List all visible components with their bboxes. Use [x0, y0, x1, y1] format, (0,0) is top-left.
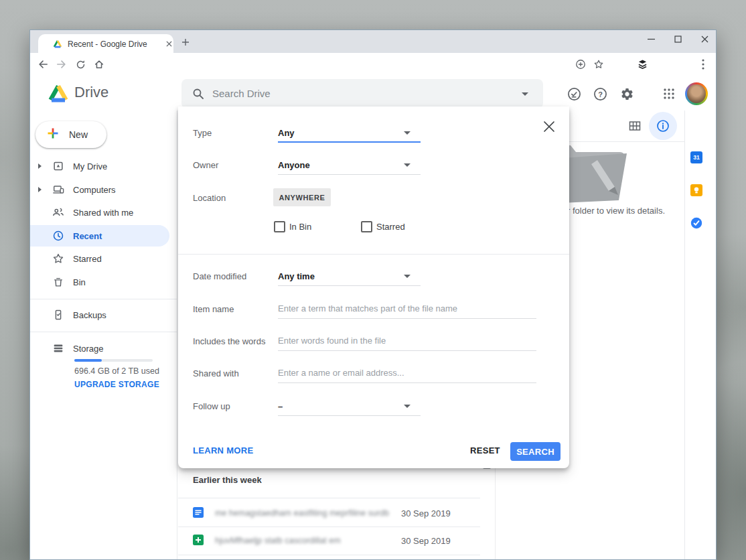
location-label: Location [193, 193, 226, 203]
search-placeholder: Search Drive [212, 88, 271, 99]
tab-close-icon[interactable] [164, 39, 173, 48]
account-avatar[interactable] [685, 82, 708, 105]
sidebar-item-recent[interactable]: Recent [30, 225, 169, 247]
type-select-value[interactable]: Any [278, 128, 295, 138]
window-minimize-button[interactable] [640, 30, 662, 48]
advanced-search-panel: Type Any Owner Anyone Location ANYWHERE … [178, 107, 569, 468]
follow-up-caret-icon[interactable] [404, 405, 411, 408]
expand-caret-icon[interactable] [38, 163, 42, 169]
learn-more-link[interactable]: LEARN MORE [193, 445, 253, 456]
starred-icon [52, 253, 64, 265]
computers-icon [52, 184, 64, 196]
browser-menu-icon[interactable] [697, 57, 709, 72]
type-caret-icon[interactable] [404, 131, 411, 135]
owner-underline [278, 174, 421, 175]
type-underline [278, 141, 421, 143]
file-name-redacted: me hemagstaedham eastfiting meprfiline s… [215, 508, 389, 518]
storage-icon [52, 342, 64, 354]
starred-checkbox-label: Starred [376, 222, 405, 232]
sidebar-item-bin[interactable]: Bin [30, 271, 169, 293]
panel-divider [178, 254, 569, 255]
browser-tab[interactable]: Recent - Google Drive [38, 34, 173, 53]
includes-underline [278, 350, 536, 351]
apps-bar-divider [684, 111, 685, 560]
grid-view-icon[interactable] [628, 119, 642, 135]
sidebar-item-label: Recent [73, 231, 102, 241]
sidebar-item-storage[interactable]: Storage [30, 338, 169, 359]
sidebar-item-label: Computers [73, 185, 116, 195]
close-panel-icon[interactable] [543, 121, 555, 133]
google-doc-icon [193, 507, 204, 518]
home-icon[interactable] [92, 58, 106, 71]
upgrade-storage-link[interactable]: UPGRADE STORAGE [74, 380, 159, 389]
owner-caret-icon[interactable] [404, 163, 411, 167]
list-divider [178, 498, 480, 498]
shared-with-input[interactable] [278, 366, 536, 378]
in-bin-checkbox[interactable] [274, 221, 285, 232]
item-name-underline [278, 318, 536, 319]
settings-gear-icon[interactable] [619, 86, 635, 102]
file-date: 30 Sep 2019 [401, 508, 451, 518]
tasks-app-icon[interactable] [690, 217, 702, 229]
in-bin-label: In Bin [289, 222, 311, 232]
plus-icon [46, 127, 60, 143]
sidebar: New My Drive Computers Shared with me [30, 111, 177, 560]
follow-up-value[interactable]: – [278, 401, 283, 411]
tab-strip: Recent - Google Drive [30, 30, 716, 53]
owner-select-value[interactable]: Anyone [278, 160, 310, 170]
drive-favicon [53, 39, 62, 51]
follow-up-label: Follow up [193, 401, 230, 411]
sidebar-item-computers[interactable]: Computers [30, 179, 169, 200]
help-icon[interactable]: ? [592, 86, 608, 102]
shared-with-label: Shared with [193, 368, 239, 378]
calendar-app-icon[interactable]: 31 [690, 151, 702, 163]
google-sheet-icon [193, 535, 204, 545]
sidebar-item-starred[interactable]: Starred [30, 248, 169, 269]
drive-search-bar[interactable]: Search Drive [181, 79, 543, 109]
date-underline [278, 285, 421, 286]
tab-title: Recent - Google Drive [68, 40, 147, 49]
sidebar-item-label: My Drive [73, 161, 107, 171]
back-icon[interactable] [35, 58, 50, 71]
date-modified-caret-icon[interactable] [404, 275, 411, 278]
sidebar-item-label: Backups [73, 310, 106, 320]
reset-button[interactable]: RESET [470, 445, 500, 456]
starred-checkbox[interactable] [361, 221, 372, 232]
drive-logo-text: Drive [74, 84, 108, 101]
google-apps-grid-icon[interactable] [661, 86, 677, 102]
window-maximize-button[interactable] [666, 30, 689, 48]
layers-extension-icon[interactable] [636, 57, 648, 72]
follow-up-underline [278, 415, 421, 416]
date-modified-value[interactable]: Any time [278, 271, 315, 281]
svg-text:?: ? [598, 90, 603, 98]
storage-progress-bar [74, 359, 153, 362]
send-to-device-icon[interactable] [574, 58, 587, 71]
offline-status-icon[interactable] [566, 86, 582, 102]
browser-window: Recent - Google Drive [29, 29, 717, 560]
recent-clock-icon [52, 230, 64, 242]
bookmark-star-icon[interactable] [592, 58, 605, 71]
location-anywhere-chip[interactable]: ANYWHERE [273, 188, 331, 206]
type-label: Type [193, 128, 212, 138]
owner-label: Owner [193, 160, 218, 170]
new-button[interactable]: New [35, 121, 106, 148]
keep-app-icon[interactable] [690, 184, 702, 196]
forward-icon[interactable] [54, 58, 69, 71]
item-name-label: Item name [193, 304, 234, 314]
sidebar-item-my-drive[interactable]: My Drive [30, 155, 169, 177]
item-name-input[interactable] [278, 302, 536, 314]
includes-words-input[interactable] [278, 334, 536, 346]
sidebar-item-backups[interactable]: Backups [30, 304, 169, 326]
drive-logo[interactable] [48, 84, 69, 105]
search-icon[interactable] [192, 88, 204, 102]
list-divider [178, 555, 480, 555]
reload-icon[interactable] [73, 58, 88, 71]
sidebar-item-shared-with-me[interactable]: Shared with me [30, 202, 169, 223]
search-button[interactable]: SEARCH [510, 442, 561, 461]
expand-caret-icon[interactable] [38, 187, 42, 192]
window-close-button[interactable] [693, 30, 716, 48]
sidebar-item-label: Starred [73, 254, 102, 264]
search-options-caret-icon[interactable] [522, 92, 528, 96]
details-info-button[interactable] [649, 112, 677, 140]
new-tab-button[interactable] [180, 37, 191, 48]
